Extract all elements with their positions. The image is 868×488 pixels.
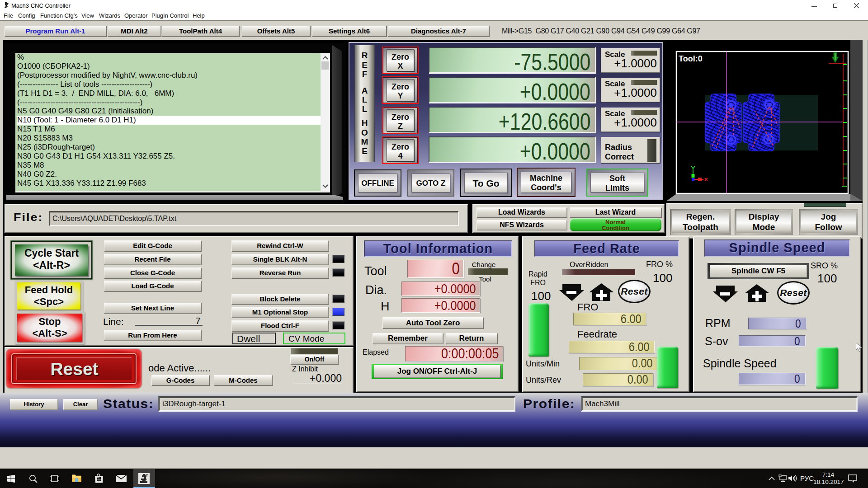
svg-text:Tool:0: Tool:0 — [679, 54, 703, 63]
